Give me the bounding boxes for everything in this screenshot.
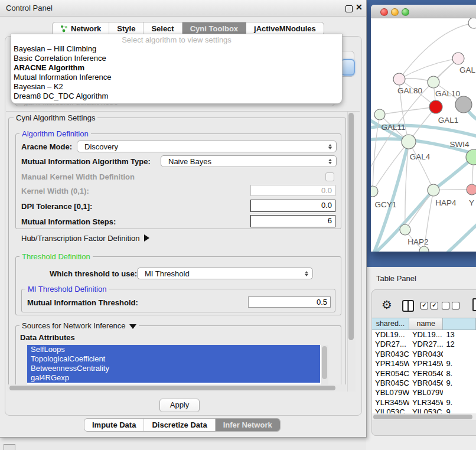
table-cell[interactable]: YBR045C [372, 379, 409, 388]
network-node-gcy1[interactable] [371, 186, 378, 197]
mi-algorithm-type-combobox[interactable]: Naive Bayes [161, 155, 337, 167]
tab-infer-network[interactable]: Infer Network [216, 419, 280, 431]
table-cell[interactable]: 13 [443, 330, 476, 340]
table-cell[interactable]: YPR145W [372, 359, 409, 369]
table-cell[interactable]: YBR043C [372, 350, 409, 359]
float-window-icon[interactable] [345, 5, 353, 12]
network-edge[interactable] [399, 58, 458, 79]
table-row[interactable]: YLR345WYLR345W9. [372, 398, 476, 407]
data-attributes-list[interactable]: SelfLoopsTopologicalCoefficientBetweenne… [27, 345, 328, 384]
table-cell[interactable]: YIL053C [409, 407, 443, 413]
data-attribute-item[interactable]: TopologicalCoefficient [27, 354, 320, 364]
network-view-window[interactable]: GALGAL80GAL10GAL1GAL11GAL4SWI4GCY1HAP4YH… [371, 5, 476, 252]
algorithm-option[interactable]: Bayesian – K2 [14, 82, 340, 92]
network-node-hap2[interactable] [400, 224, 410, 235]
network-node-gal1[interactable] [429, 100, 442, 113]
close-traffic-light-icon[interactable] [380, 8, 388, 16]
table-cell[interactable]: 9. [443, 398, 476, 407]
table-horizontal-scrollbar-thumb[interactable] [373, 415, 472, 419]
column-header-name[interactable]: name [409, 318, 443, 330]
network-node-gal[interactable] [452, 53, 464, 64]
select-all-columns-icon[interactable]: ✓ ✓ [420, 302, 438, 309]
table-row[interactable]: YDR27...YDR27...12 [372, 340, 476, 349]
table-cell[interactable]: 9. [443, 359, 476, 369]
table-cell[interactable]: YER054C [372, 369, 409, 379]
which-threshold-combobox[interactable]: MI Threshold [137, 268, 313, 279]
table-cell[interactable] [443, 388, 476, 397]
gear-icon[interactable]: ⚙ [382, 298, 392, 312]
network-node-gray-node[interactable] [455, 96, 472, 113]
table-row[interactable]: YER054CYER054C8. [372, 369, 476, 379]
network-edge[interactable] [409, 142, 433, 190]
table-row[interactable]: YIL053CYIL053C9 [372, 407, 476, 413]
zoom-traffic-light-icon[interactable] [402, 8, 409, 16]
column-header-shared-name[interactable]: shared... [372, 318, 409, 330]
tab-discretize-data[interactable]: Discretize Data [144, 419, 215, 431]
collapsed-arrow-icon[interactable] [144, 234, 149, 242]
table-row[interactable]: YBR043CYBR043C [372, 350, 476, 359]
table-cell[interactable]: 9 [443, 407, 476, 413]
table-cell[interactable]: YDR27... [409, 340, 443, 349]
table-cell[interactable]: 9. [443, 379, 476, 388]
algorithm-option[interactable]: Bayesian – Hill Climbing [14, 44, 340, 54]
tab-jactivemnodules[interactable]: jActiveMNodules [246, 22, 324, 35]
table-cell[interactable]: YLR345W [409, 398, 443, 407]
table-cell[interactable]: YPR145W [409, 359, 443, 369]
apply-button[interactable]: Apply [159, 399, 200, 412]
tab-select[interactable]: Select [144, 22, 182, 35]
table-row[interactable]: YDL19...YDL19...13 [372, 330, 476, 340]
table-cell[interactable]: 12 [443, 340, 476, 349]
data-attribute-item[interactable]: SelfLoops [27, 345, 320, 354]
attribute-list-scrollbar-thumb[interactable] [322, 346, 327, 379]
tab-network[interactable]: Network [53, 22, 109, 35]
sources-group-title[interactable]: Sources for Network Inference [19, 321, 139, 330]
network-canvas[interactable]: GALGAL80GAL10GAL1GAL11GAL4SWI4GCY1HAP4YH… [371, 18, 476, 252]
deselect-all-columns-icon[interactable] [442, 302, 459, 309]
table-cell[interactable]: 8. [443, 369, 476, 379]
network-edge[interactable] [405, 190, 433, 230]
network-node-gal10[interactable] [428, 76, 439, 88]
table-cell[interactable]: YIL053C [372, 407, 409, 413]
minimize-traffic-light-icon[interactable] [391, 8, 399, 16]
data-attribute-item[interactable]: gal4RGexp [27, 373, 320, 383]
dpi-tolerance-field[interactable]: 0.0 [250, 200, 335, 212]
table-cell[interactable]: YBR045C [409, 379, 443, 388]
table-row[interactable]: YPR145WYPR145W9. [372, 359, 476, 369]
table-cell[interactable] [443, 350, 476, 359]
node-attribute-table[interactable]: shared... name YDL19...YDL19...13YDR27..… [372, 318, 476, 413]
expanded-arrow-icon[interactable] [129, 324, 136, 329]
network-node-hap4[interactable] [428, 184, 439, 196]
network-node-y[interactable] [467, 184, 476, 195]
aracne-mode-combobox[interactable]: Discovery [77, 141, 337, 152]
network-canvas-area[interactable]: GALGAL80GAL10GAL1GAL11GAL4SWI4GCY1HAP4YH… [371, 18, 476, 252]
attribute-list-scrollbar[interactable] [321, 345, 328, 384]
close-icon[interactable]: ✕ [356, 2, 363, 12]
network-window-titlebar[interactable] [371, 5, 476, 18]
settings-vertical-scrollbar-thumb[interactable] [348, 113, 354, 340]
table-cell[interactable]: YBR043C [409, 350, 443, 359]
settings-horizontal-scrollbar-thumb[interactable] [9, 386, 335, 390]
kernel-width-field[interactable]: 0.0 [250, 185, 335, 196]
table-cell[interactable]: YBL079W [372, 388, 409, 397]
table-cell[interactable]: YER054C [409, 369, 443, 379]
algorithm-option[interactable]: Dream8 DC_TDC Algorithm [14, 92, 340, 101]
split-columns-icon[interactable] [402, 300, 414, 312]
column-header-partial[interactable] [443, 318, 476, 330]
manual-kernel-width-checkbox[interactable] [325, 172, 334, 181]
network-node-gal80[interactable] [393, 73, 405, 85]
algorithm-option[interactable]: ARACNE Algorithm [14, 63, 340, 73]
network-edge[interactable] [444, 218, 476, 252]
table-cell[interactable]: YBL079W [409, 388, 443, 397]
table-cell[interactable]: YLR345W [372, 398, 409, 407]
control-panel-titlebar[interactable]: Control Panel ✕ [0, 0, 366, 17]
network-node-gal4[interactable] [402, 135, 416, 149]
table-row[interactable]: YBL079WYBL079W [372, 388, 476, 397]
table-row[interactable]: YBR045CYBR045C9. [372, 379, 476, 388]
hub-definition-expander[interactable]: Hub/Transcription Factor Definition [21, 234, 149, 243]
mi-threshold-field[interactable]: 0.5 [248, 296, 331, 308]
table-cell[interactable]: YDL19... [409, 330, 443, 340]
algorithm-option[interactable]: Basic Correlation Inference [14, 54, 340, 63]
algorithm-option[interactable]: Mutual Information Inference [14, 73, 340, 82]
document-icon[interactable] [472, 298, 476, 311]
network-node-node-top[interactable] [468, 18, 476, 28]
